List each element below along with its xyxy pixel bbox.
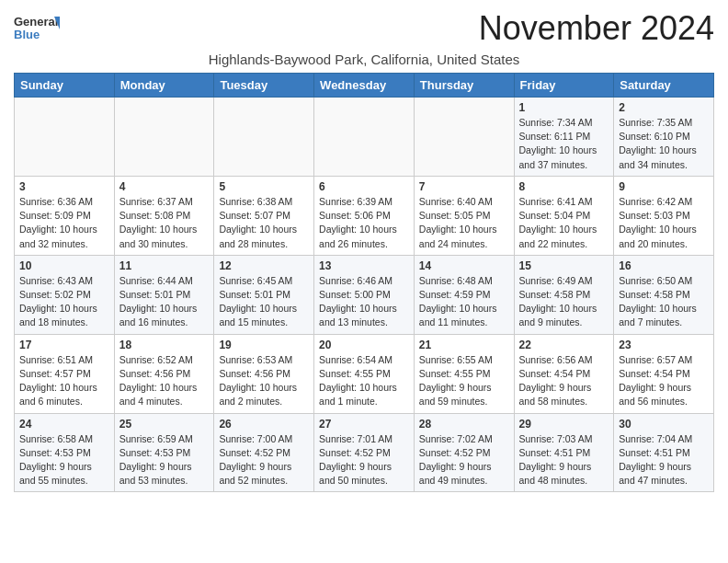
day-number: 15	[519, 259, 609, 272]
day-info: Sunrise: 6:58 AMSunset: 4:53 PMDaylight:…	[19, 432, 109, 488]
day-number: 30	[619, 418, 709, 431]
day-cell: 22Sunrise: 6:56 AMSunset: 4:54 PMDayligh…	[514, 334, 614, 413]
day-info: Sunrise: 7:34 AMSunset: 6:11 PMDaylight:…	[519, 116, 609, 172]
day-number: 16	[619, 259, 709, 272]
day-number: 17	[19, 339, 109, 351]
day-info: Sunrise: 6:48 AMSunset: 4:59 PMDaylight:…	[419, 274, 509, 330]
day-cell: 8Sunrise: 6:41 AMSunset: 5:04 PMDaylight…	[514, 176, 614, 255]
calendar-header-row: SundayMondayTuesdayWednesdayThursdayFrid…	[15, 74, 714, 98]
day-number: 18	[119, 339, 210, 351]
weekday-header-saturday: Saturday	[614, 74, 714, 98]
day-number: 3	[19, 180, 109, 193]
svg-text:Blue: Blue	[14, 28, 40, 41]
day-number: 2	[619, 101, 709, 114]
day-number: 19	[219, 339, 309, 351]
day-number: 24	[19, 418, 109, 431]
day-info: Sunrise: 6:42 AMSunset: 5:03 PMDaylight:…	[619, 195, 709, 251]
day-info: Sunrise: 7:35 AMSunset: 6:10 PMDaylight:…	[619, 116, 709, 172]
day-cell: 6Sunrise: 6:39 AMSunset: 5:06 PMDaylight…	[314, 176, 415, 255]
day-cell: 4Sunrise: 6:37 AMSunset: 5:08 PMDaylight…	[114, 176, 214, 255]
day-info: Sunrise: 6:43 AMSunset: 5:02 PMDaylight:…	[19, 274, 109, 330]
day-cell: 16Sunrise: 6:50 AMSunset: 4:58 PMDayligh…	[614, 255, 714, 334]
day-cell: 18Sunrise: 6:52 AMSunset: 4:56 PMDayligh…	[114, 334, 214, 413]
day-info: Sunrise: 6:36 AMSunset: 5:09 PMDaylight:…	[19, 195, 109, 251]
week-row-3: 10Sunrise: 6:43 AMSunset: 5:02 PMDayligh…	[15, 255, 714, 334]
day-info: Sunrise: 7:03 AMSunset: 4:51 PMDaylight:…	[519, 432, 609, 488]
day-number: 6	[319, 180, 409, 193]
day-cell: 26Sunrise: 7:00 AMSunset: 4:52 PMDayligh…	[214, 413, 314, 492]
day-info: Sunrise: 6:45 AMSunset: 5:01 PMDaylight:…	[219, 274, 309, 330]
day-info: Sunrise: 7:00 AMSunset: 4:52 PMDaylight:…	[219, 432, 309, 488]
day-cell: 9Sunrise: 6:42 AMSunset: 5:03 PMDaylight…	[614, 176, 714, 255]
day-cell	[414, 98, 514, 177]
day-info: Sunrise: 7:04 AMSunset: 4:51 PMDaylight:…	[619, 432, 709, 488]
header: General Blue November 2024	[14, 9, 714, 48]
day-cell: 20Sunrise: 6:54 AMSunset: 4:55 PMDayligh…	[314, 334, 415, 413]
day-number: 25	[119, 418, 210, 431]
weekday-header-sunday: Sunday	[15, 74, 115, 98]
logo: General Blue	[14, 13, 60, 46]
day-info: Sunrise: 7:01 AMSunset: 4:52 PMDaylight:…	[319, 432, 409, 488]
day-number: 8	[519, 180, 609, 193]
day-number: 23	[619, 339, 709, 351]
day-info: Sunrise: 6:49 AMSunset: 4:58 PMDaylight:…	[519, 274, 609, 330]
day-info: Sunrise: 6:52 AMSunset: 4:56 PMDaylight:…	[119, 353, 210, 409]
day-cell: 23Sunrise: 6:57 AMSunset: 4:54 PMDayligh…	[614, 334, 714, 413]
day-cell: 30Sunrise: 7:04 AMSunset: 4:51 PMDayligh…	[614, 413, 714, 492]
day-info: Sunrise: 6:40 AMSunset: 5:05 PMDaylight:…	[419, 195, 509, 251]
day-info: Sunrise: 7:02 AMSunset: 4:52 PMDaylight:…	[419, 432, 509, 488]
day-cell	[114, 98, 214, 177]
day-info: Sunrise: 6:53 AMSunset: 4:56 PMDaylight:…	[219, 353, 309, 409]
weekday-header-friday: Friday	[514, 74, 614, 98]
day-number: 7	[419, 180, 509, 193]
week-row-1: 1Sunrise: 7:34 AMSunset: 6:11 PMDaylight…	[15, 98, 714, 177]
day-info: Sunrise: 6:50 AMSunset: 4:58 PMDaylight:…	[619, 274, 709, 330]
day-number: 12	[219, 259, 309, 272]
week-row-4: 17Sunrise: 6:51 AMSunset: 4:57 PMDayligh…	[15, 334, 714, 413]
month-title: November 2024	[479, 9, 714, 48]
day-cell: 24Sunrise: 6:58 AMSunset: 4:53 PMDayligh…	[15, 413, 115, 492]
day-cell: 27Sunrise: 7:01 AMSunset: 4:52 PMDayligh…	[314, 413, 415, 492]
day-number: 28	[419, 418, 509, 431]
day-cell: 2Sunrise: 7:35 AMSunset: 6:10 PMDaylight…	[614, 98, 714, 177]
day-info: Sunrise: 6:57 AMSunset: 4:54 PMDaylight:…	[619, 353, 709, 409]
day-info: Sunrise: 6:44 AMSunset: 5:01 PMDaylight:…	[119, 274, 210, 330]
day-number: 4	[119, 180, 210, 193]
day-cell	[214, 98, 314, 177]
weekday-header-monday: Monday	[114, 74, 214, 98]
day-info: Sunrise: 6:59 AMSunset: 4:53 PMDaylight:…	[119, 432, 210, 488]
weekday-header-thursday: Thursday	[414, 74, 514, 98]
day-number: 9	[619, 180, 709, 193]
week-row-2: 3Sunrise: 6:36 AMSunset: 5:09 PMDaylight…	[15, 176, 714, 255]
day-info: Sunrise: 6:38 AMSunset: 5:07 PMDaylight:…	[219, 195, 309, 251]
day-cell: 21Sunrise: 6:55 AMSunset: 4:55 PMDayligh…	[414, 334, 514, 413]
day-cell: 10Sunrise: 6:43 AMSunset: 5:02 PMDayligh…	[15, 255, 115, 334]
day-info: Sunrise: 6:39 AMSunset: 5:06 PMDaylight:…	[319, 195, 409, 251]
weekday-header-tuesday: Tuesday	[214, 74, 314, 98]
day-number: 29	[519, 418, 609, 431]
day-info: Sunrise: 6:55 AMSunset: 4:55 PMDaylight:…	[419, 353, 509, 409]
day-info: Sunrise: 6:56 AMSunset: 4:54 PMDaylight:…	[519, 353, 609, 409]
logo-svg: General Blue	[14, 13, 60, 46]
day-cell	[15, 98, 115, 177]
day-cell	[314, 98, 415, 177]
weekday-header-wednesday: Wednesday	[314, 74, 415, 98]
day-number: 21	[419, 339, 509, 351]
day-number: 10	[19, 259, 109, 272]
day-cell: 29Sunrise: 7:03 AMSunset: 4:51 PMDayligh…	[514, 413, 614, 492]
day-number: 11	[119, 259, 210, 272]
day-info: Sunrise: 6:54 AMSunset: 4:55 PMDaylight:…	[319, 353, 409, 409]
day-cell: 13Sunrise: 6:46 AMSunset: 5:00 PMDayligh…	[314, 255, 415, 334]
day-info: Sunrise: 6:51 AMSunset: 4:57 PMDaylight:…	[19, 353, 109, 409]
day-info: Sunrise: 6:46 AMSunset: 5:00 PMDaylight:…	[319, 274, 409, 330]
day-cell: 25Sunrise: 6:59 AMSunset: 4:53 PMDayligh…	[114, 413, 214, 492]
day-number: 13	[319, 259, 409, 272]
day-number: 27	[319, 418, 409, 431]
svg-text:General: General	[14, 15, 58, 29]
day-cell: 5Sunrise: 6:38 AMSunset: 5:07 PMDaylight…	[214, 176, 314, 255]
title-area: November 2024	[479, 9, 714, 48]
day-info: Sunrise: 6:41 AMSunset: 5:04 PMDaylight:…	[519, 195, 609, 251]
day-cell: 19Sunrise: 6:53 AMSunset: 4:56 PMDayligh…	[214, 334, 314, 413]
day-cell: 14Sunrise: 6:48 AMSunset: 4:59 PMDayligh…	[414, 255, 514, 334]
day-cell: 3Sunrise: 6:36 AMSunset: 5:09 PMDaylight…	[15, 176, 115, 255]
